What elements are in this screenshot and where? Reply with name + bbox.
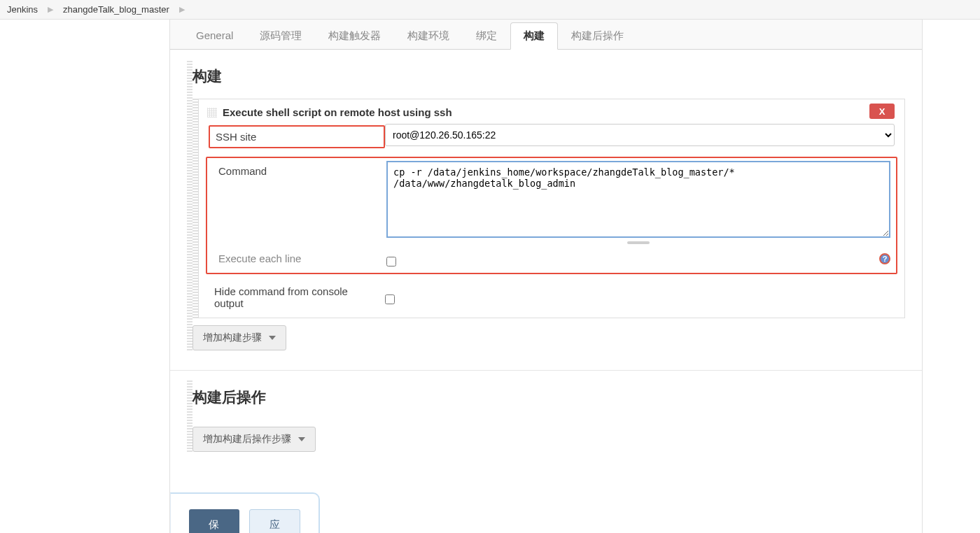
ssh-site-label: SSH site	[209, 125, 385, 148]
tab-post[interactable]: 构建后操作	[558, 22, 637, 49]
build-step-ssh: Execute shell script on remote host usin…	[198, 99, 905, 318]
tab-bar: General 源码管理 构建触发器 构建环境 绑定 构建 构建后操作	[170, 20, 922, 50]
section-drag-handle[interactable]	[187, 381, 192, 452]
hide-command-checkbox[interactable]	[385, 294, 395, 304]
breadcrumb-root[interactable]: Jenkins	[7, 4, 38, 15]
breadcrumb-project[interactable]: zhangdeTalk_blog_master	[63, 4, 169, 15]
add-post-build-step-label: 增加构建后操作步骤	[203, 433, 291, 446]
command-textarea[interactable]	[386, 161, 890, 238]
caret-down-icon	[298, 437, 305, 441]
tab-env[interactable]: 构建环境	[394, 22, 463, 49]
tab-build[interactable]: 构建	[510, 22, 558, 50]
section-drag-handle[interactable]	[187, 59, 192, 350]
help-icon[interactable]: ?	[879, 253, 890, 264]
build-step-title: Execute shell script on remote host usin…	[223, 106, 452, 118]
ssh-site-select[interactable]: root@120.26.50.165:22	[385, 124, 895, 146]
footer-actions: 保存 应用	[170, 492, 320, 533]
delete-step-button[interactable]: X	[869, 104, 895, 119]
add-build-step-button[interactable]: 增加构建步骤	[192, 325, 286, 350]
textarea-resize-handle[interactable]	[627, 241, 650, 244]
section-build: 构建 Execute shell script on remote host u…	[170, 50, 922, 371]
execute-each-line-label: Execute each line	[213, 248, 386, 269]
breadcrumb: Jenkins ▶ zhangdeTalk_blog_master ▶	[0, 0, 980, 20]
command-label: Command	[213, 161, 386, 181]
apply-button[interactable]: 应用	[249, 509, 301, 533]
tab-triggers[interactable]: 构建触发器	[315, 22, 394, 49]
chevron-right-icon: ▶	[48, 5, 53, 14]
hide-command-label: Hide command from console output	[209, 281, 385, 313]
tab-general[interactable]: General	[183, 22, 246, 49]
save-button[interactable]: 保存	[189, 509, 239, 533]
grip-icon[interactable]	[207, 108, 217, 118]
tab-bindings[interactable]: 绑定	[463, 22, 510, 49]
execute-each-line-checkbox[interactable]	[386, 257, 396, 266]
tab-scm[interactable]: 源码管理	[246, 22, 315, 49]
chevron-right-icon: ▶	[179, 5, 185, 14]
section-post-build: 构建后操作 增加构建后操作步骤	[170, 371, 922, 471]
section-title-build: 构建	[192, 66, 905, 86]
add-post-build-step-button[interactable]: 增加构建后操作步骤	[192, 427, 316, 452]
config-panel: General 源码管理 构建触发器 构建环境 绑定 构建 构建后操作 构建	[169, 20, 923, 533]
step-drag-handle[interactable]	[192, 99, 198, 318]
caret-down-icon	[269, 336, 276, 340]
section-title-post: 构建后操作	[192, 388, 905, 407]
add-build-step-label: 增加构建步骤	[203, 332, 262, 344]
